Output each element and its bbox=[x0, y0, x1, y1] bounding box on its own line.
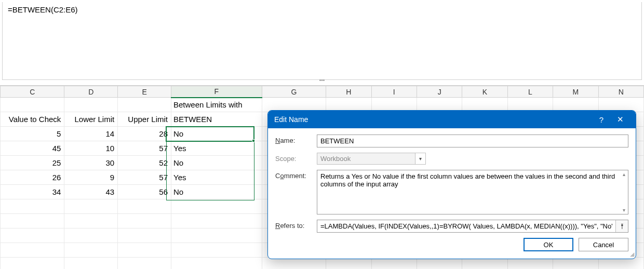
cell-result[interactable]: Yes bbox=[171, 141, 262, 156]
col-header-e[interactable]: E bbox=[118, 86, 171, 98]
scope-label: Scope: bbox=[275, 153, 317, 163]
cell[interactable]: 43 bbox=[64, 185, 118, 199]
col-header-k[interactable]: K bbox=[462, 86, 507, 98]
cell[interactable] bbox=[64, 98, 118, 112]
formula-bar[interactable]: =BETWEEN(C2:E6) ••• bbox=[2, 2, 642, 80]
comment-text: Returns a Yes or No value if the first c… bbox=[320, 172, 615, 188]
help-button[interactable]: ? bbox=[592, 111, 611, 128]
col-header-j[interactable]: J bbox=[417, 86, 462, 98]
name-label: Name: bbox=[275, 134, 317, 144]
ok-button[interactable]: OK bbox=[524, 238, 573, 251]
name-input[interactable] bbox=[317, 134, 628, 147]
cell[interactable]: 34 bbox=[1, 185, 64, 199]
scroll-down-icon[interactable]: ▾ bbox=[621, 207, 627, 213]
col-header-d[interactable]: D bbox=[64, 86, 118, 98]
comment-label: Comment: bbox=[275, 170, 317, 180]
col-header-m[interactable]: M bbox=[553, 86, 598, 98]
cell-c-header[interactable]: Value to Check bbox=[1, 112, 64, 127]
cell-d-header[interactable]: Lower Limit bbox=[64, 112, 118, 127]
comment-textarea[interactable]: Returns a Yes or No value if the first c… bbox=[317, 170, 628, 214]
cancel-button[interactable]: Cancel bbox=[579, 238, 628, 251]
dialog-titlebar[interactable]: Edit Name ? ✕ bbox=[268, 111, 636, 128]
close-icon: ✕ bbox=[617, 115, 624, 124]
cell[interactable]: 26 bbox=[1, 170, 64, 185]
collapse-dialog-button[interactable]: ⭱ bbox=[615, 220, 628, 232]
cell[interactable]: 52 bbox=[118, 156, 171, 170]
scroll-up-icon[interactable]: ▴ bbox=[621, 171, 627, 177]
scope-select: Workbook ▾ bbox=[317, 153, 426, 165]
cell[interactable]: 56 bbox=[118, 185, 171, 199]
close-button[interactable]: ✕ bbox=[611, 111, 629, 128]
cell[interactable] bbox=[1, 98, 64, 112]
cell-f-header2[interactable]: BETWEEN bbox=[171, 112, 262, 127]
col-header-h[interactable]: H bbox=[326, 86, 371, 98]
cell[interactable]: 57 bbox=[118, 170, 171, 185]
cell[interactable]: 28 bbox=[118, 127, 171, 141]
refersto-label: Refers to: bbox=[275, 220, 317, 230]
help-icon: ? bbox=[599, 115, 603, 124]
cell[interactable]: 25 bbox=[1, 156, 64, 170]
col-header-l[interactable]: L bbox=[507, 86, 553, 98]
scope-value: Workbook bbox=[320, 155, 351, 163]
formula-bar-resize-handle[interactable]: ••• bbox=[315, 80, 329, 83]
cell[interactable]: 9 bbox=[64, 170, 118, 185]
cell-result[interactable]: No bbox=[171, 185, 262, 199]
col-header-i[interactable]: I bbox=[371, 86, 417, 98]
collapse-icon: ⭱ bbox=[619, 223, 625, 230]
col-header-n[interactable]: N bbox=[598, 86, 644, 98]
edit-name-dialog: Edit Name ? ✕ Name: Scope: Workbook ▾ Co… bbox=[267, 110, 636, 259]
refersto-input[interactable] bbox=[317, 220, 615, 232]
cell[interactable]: 10 bbox=[64, 141, 118, 156]
cell[interactable]: 57 bbox=[118, 141, 171, 156]
col-header-c[interactable]: C bbox=[1, 86, 64, 98]
cell-result[interactable]: No bbox=[171, 156, 262, 170]
cell-result[interactable]: No bbox=[171, 127, 262, 141]
col-header-f[interactable]: F bbox=[171, 86, 262, 98]
chevron-down-icon: ▾ bbox=[415, 153, 425, 164]
cell-result[interactable]: Yes bbox=[171, 170, 262, 185]
cell[interactable]: 45 bbox=[1, 141, 64, 156]
dialog-title-text: Edit Name bbox=[274, 115, 592, 124]
cell[interactable]: 5 bbox=[1, 127, 64, 141]
formula-text: =BETWEEN(C2:E6) bbox=[8, 5, 78, 14]
cell-e-header[interactable]: Upper Limit bbox=[118, 112, 171, 127]
cell[interactable]: 30 bbox=[64, 156, 118, 170]
cell[interactable]: 14 bbox=[64, 127, 118, 141]
cell-f-header1[interactable]: Between Limits with bbox=[171, 98, 262, 112]
cell[interactable] bbox=[118, 98, 171, 112]
col-header-g[interactable]: G bbox=[262, 86, 326, 98]
column-header-row: C D E F G H I J K L M N bbox=[1, 86, 644, 98]
